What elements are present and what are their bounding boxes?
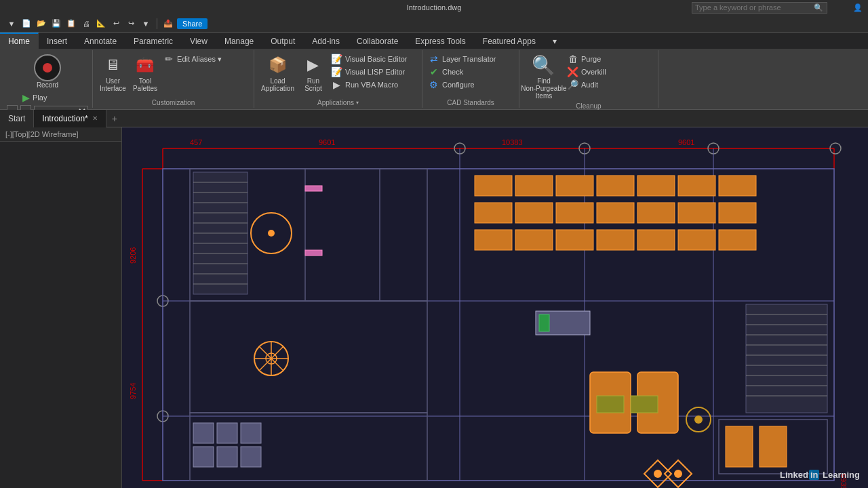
layer-translator-icon: ⇄ [429,54,439,64]
new-btn[interactable]: 📄 [20,18,33,30]
svg-rect-61 [678,230,715,250]
svg-rect-54 [678,203,715,223]
record-icon [34,54,61,81]
applications-label[interactable]: Applications ▾ [317,98,359,108]
tab-collaborate[interactable]: Collaborate [349,33,407,49]
svg-rect-53 [637,203,675,223]
overkill-label: Overkill [581,68,606,76]
layer-translator-label: Layer Translator [442,55,496,63]
saveas-btn[interactable]: 📋 [65,18,77,30]
tab-home[interactable]: Home [0,33,39,49]
svg-rect-46 [637,176,675,196]
svg-rect-102 [597,396,624,413]
play-btn[interactable]: ▶ Play [20,92,75,104]
find-non-purgeable-btn[interactable]: 🔍 FindNon-PurgeableItems [524,53,564,101]
left-panel: [-][Top][2D Wireframe] [0,127,122,488]
watermark: Linkedin Learning [780,470,860,480]
plot-btn[interactable]: 📐 [95,18,107,30]
purge-btn[interactable]: 🗑 Purge [566,53,654,65]
edit-aliases-label: Edit Aliases ▾ [177,55,222,64]
apps-col: 📝 Visual Basic Editor 📝 Visual LISP Edit… [330,53,418,91]
watermark-linked: Linked [780,470,808,480]
save-btn[interactable]: 💾 [50,18,62,30]
drawing-area[interactable]: 457 9601 10383 9601 9206 9754 [122,127,868,488]
load-app-icon: 📦 [267,54,289,76]
svg-point-82 [654,470,662,478]
tab-featuredapps[interactable]: Featured Apps [475,33,545,49]
configure-btn[interactable]: ⚙ Configure [427,79,515,91]
svg-rect-44 [556,176,593,196]
ribbon-panel: Record ▶ Play Action Recorder ▾ [0,49,868,110]
check-btn[interactable]: ✔ Check [427,66,515,78]
svg-text:9206: 9206 [129,247,137,264]
search-input[interactable] [695,3,814,12]
record-label: Record [37,81,58,89]
svg-rect-43 [515,176,553,196]
load-app-btn[interactable]: 📦 LoadApplication [258,53,297,94]
applications-content: 📦 LoadApplication ▶ RunScript 📝 Visual B… [258,52,418,98]
user-icon[interactable]: 👤 [853,3,863,12]
vba-editor-btn[interactable]: 📝 Visual Basic Editor [330,53,418,65]
open-btn[interactable]: 📂 [35,18,47,30]
document-title: Introduction.dwg [407,3,462,12]
tab-manage[interactable]: Manage [216,33,262,49]
svg-rect-87 [760,426,787,467]
tab-expresstools[interactable]: Express Tools [407,33,474,49]
tool-palettes-btn[interactable]: 🧰 ToolPalettes [130,53,160,94]
svg-rect-101 [539,314,549,331]
share-button[interactable]: Share [177,18,208,29]
add-tab-btn[interactable]: + [106,110,123,127]
tab-annotate[interactable]: Annotate [76,33,125,49]
svg-rect-78 [241,447,261,467]
overkill-btn[interactable]: ❌ Overkill [566,66,654,78]
svg-rect-62 [719,230,756,250]
run-script-btn[interactable]: ▶ RunScript [298,53,328,94]
svg-text:10383: 10383 [502,138,523,146]
tab-view[interactable]: View [182,33,216,49]
doc-tab-introduction[interactable]: Introduction* ✕ [34,110,106,127]
tab-insert[interactable]: Insert [39,33,76,49]
redo-btn[interactable]: ↪ [125,18,137,30]
run-vba-btn[interactable]: ▶ Run VBA Macro [330,79,418,91]
record-btn[interactable]: Record [30,53,65,90]
vba-editor-icon: 📝 [332,54,342,64]
svg-rect-48 [719,176,756,196]
svg-rect-77 [241,423,261,443]
lisp-editor-btn[interactable]: 📝 Visual LISP Editor [330,66,418,78]
doc-tab-intro-label: Introduction* [42,114,87,123]
customization-col: ✏ Edit Aliases ▾ [161,53,250,65]
svg-rect-50 [515,203,553,223]
search-area[interactable]: 🔍 [692,2,827,14]
edit-aliases-btn[interactable]: ✏ Edit Aliases ▾ [161,53,250,65]
tab-parametric[interactable]: Parametric [125,33,182,49]
doc-tab-start[interactable]: Start [0,110,34,127]
find-icon: 🔍 [533,54,555,76]
find-label: FindNon-PurgeableItems [521,77,566,100]
tool-palettes-icon: 🧰 [134,54,156,76]
undo-btn[interactable]: ↩ [110,18,122,30]
purge-icon: 🗑 [568,54,578,64]
overkill-icon: ❌ [568,66,578,77]
app-menu-btn[interactable]: ▼ [5,18,18,30]
cleanup-content: 🔍 FindNon-PurgeableItems 🗑 Purge ❌ Overk… [524,52,654,101]
svg-rect-74 [217,423,237,443]
tab-more[interactable]: ▾ [545,33,566,49]
layer-translator-btn[interactable]: ⇄ Layer Translator [427,53,515,65]
load-app-label: LoadApplication [261,77,294,92]
svg-rect-75 [193,447,214,467]
user-interface-btn[interactable]: 🖥 UserInterface [97,53,129,94]
svg-rect-73 [193,423,214,443]
doc-tab-intro-close[interactable]: ✕ [92,115,98,122]
more-qa-btn[interactable]: ▼ [140,18,152,30]
cad-drawing: 457 9601 10383 9601 9206 9754 [122,127,868,488]
user-interface-icon: 🖥 [102,54,123,76]
audit-label: Audit [581,81,598,89]
tab-output[interactable]: Output [262,33,304,49]
print-btn[interactable]: 🖨 [80,18,92,30]
configure-icon: ⚙ [429,79,439,90]
record-large-btn: Record ▶ Play [7,53,88,116]
audit-btn[interactable]: 🔎 Audit [566,79,654,91]
tab-addins[interactable]: Add-ins [304,33,349,49]
lisp-editor-label: Visual LISP Editor [345,68,405,76]
ribbon-group-cad-standards: ⇄ Layer Translator ✔ Check ⚙ Configure C… [422,50,519,108]
